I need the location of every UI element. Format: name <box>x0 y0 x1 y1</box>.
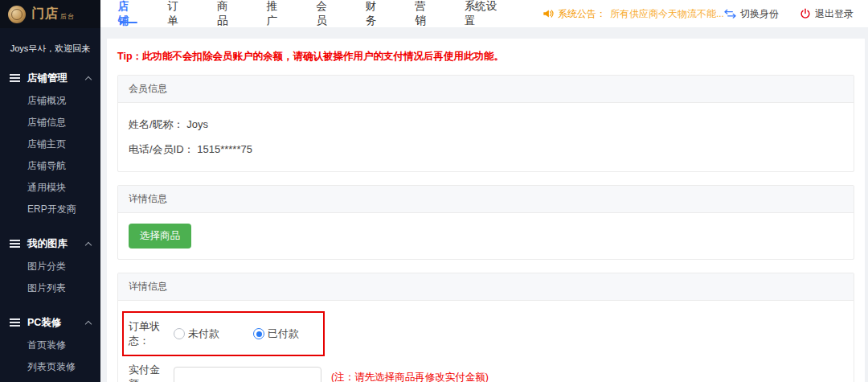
announcement-text: 所有供应商今天物流不能... <box>610 7 724 21</box>
chevron-up-icon <box>85 241 92 248</box>
chevron-up-icon <box>85 320 92 327</box>
sidebar-item-store-homepage[interactable]: 店铺主页 <box>0 133 100 155</box>
switch-identity-label: 切换身份 <box>740 7 779 21</box>
list-icon <box>10 74 20 83</box>
sidebar-item-common-modules[interactable]: 通用模块 <box>0 177 100 199</box>
speaker-icon <box>542 8 554 19</box>
system-announcement[interactable]: 系统公告： 所有供应商今天物流不能... <box>542 0 724 27</box>
member-name-label: 姓名/昵称： <box>129 118 184 130</box>
tab-promotion[interactable]: 推广 <box>267 0 288 27</box>
sidebar-group-my-gallery: 我的图库 图片分类 图片列表 <box>0 232 100 299</box>
member-id-label: 电话/会员ID： <box>129 143 194 155</box>
radio-unpaid-label: 未付款 <box>188 327 219 341</box>
tab-orders[interactable]: 订单 <box>168 0 189 27</box>
brand-title-text: 门店 <box>31 6 59 23</box>
switch-identity-button[interactable]: 切换身份 <box>724 7 779 21</box>
order-status-label: 订单状态： <box>129 319 174 348</box>
sidebar-group-label: 我的图库 <box>27 237 86 251</box>
sidebar: Joys무사，欢迎回来 店铺管理 店铺概况 店铺信息 店铺主页 店铺导航 通用模… <box>0 28 100 382</box>
radio-paid-label: 已付款 <box>268 327 299 341</box>
radio-circle-unpaid[interactable] <box>174 328 185 339</box>
main-content: Tip：此功能不会扣除会员账户的余额，请确认被操作用户的支付情况后再使用此功能。… <box>100 28 868 382</box>
product-select-body: 选择商品 <box>118 213 854 259</box>
amount-row: 实付金额： (注：请先选择商品再修改实付金额) <box>129 363 843 382</box>
tab-settings[interactable]: 系统设置 <box>465 0 506 27</box>
sidebar-item-image-categories[interactable]: 图片分类 <box>0 256 100 277</box>
power-icon <box>800 8 811 19</box>
top-bar: 门店 后台 店铺 订单 商品 推广 会员 财务 营销 系统设置 系统公告： 所有… <box>0 0 868 28</box>
main-nav: 店铺 订单 商品 推广 会员 财务 营销 系统设置 系统公告： 所有供应商今天物… <box>100 0 868 28</box>
order-detail-body: 订单状态： 未付款 已付款 实付金额： (注：请先选择商品再 <box>118 301 854 382</box>
order-detail-header: 详情信息 <box>118 273 854 301</box>
member-id-value: 1515*****75 <box>197 143 252 155</box>
radio-unpaid[interactable]: 未付款 <box>174 327 219 341</box>
brand-subtitle: 后台 <box>60 12 75 23</box>
sidebar-group-head-my-gallery[interactable]: 我的图库 <box>0 232 100 256</box>
tab-products[interactable]: 商品 <box>217 0 238 27</box>
product-select-section: 详情信息 选择商品 <box>117 185 854 260</box>
tip-message: Tip：此功能不会扣除会员账户的余额，请确认被操作用户的支付情况后再使用此功能。 <box>117 50 854 64</box>
sidebar-item-erp-developer[interactable]: ERP开发商 <box>0 199 100 220</box>
member-id-line: 电话/会员ID： 1515*****75 <box>129 142 843 157</box>
brand-logo-icon <box>8 6 26 23</box>
user-greeting: Joys무사，欢迎回来 <box>0 38 100 66</box>
product-select-header: 详情信息 <box>118 186 854 213</box>
amount-note: (注：请先选择商品再修改实付金额) <box>331 371 489 382</box>
sidebar-group-store-management: 店铺管理 店铺概况 店铺信息 店铺主页 店铺导航 通用模块 ERP开发商 <box>0 66 100 220</box>
logout-label: 退出登录 <box>815 7 854 21</box>
brand-title: 门店 后台 <box>31 6 75 23</box>
content-card: Tip：此功能不会扣除会员账户的余额，请确认被操作用户的支付情况后再使用此功能。… <box>107 39 865 382</box>
tab-marketing[interactable]: 营销 <box>415 0 436 27</box>
sidebar-item-store-navigation[interactable]: 店铺导航 <box>0 155 100 177</box>
sidebar-item-store-info[interactable]: 店铺信息 <box>0 112 100 133</box>
amount-label: 实付金额： <box>129 363 174 382</box>
member-name-line: 姓名/昵称： Joys <box>129 117 843 132</box>
list-icon <box>10 318 20 327</box>
sidebar-item-list-page-decoration[interactable]: 列表页装修 <box>0 356 100 378</box>
select-product-button[interactable]: 选择商品 <box>129 224 191 249</box>
sidebar-group-head-pc-decoration[interactable]: PC装修 <box>0 310 100 335</box>
member-name-value: Joys <box>186 118 208 130</box>
list-icon <box>10 240 20 249</box>
order-detail-section: 详情信息 订单状态： 未付款 已付款 实付金 <box>117 273 854 382</box>
member-info-body: 姓名/昵称： Joys 电话/会员ID： 1515*****75 <box>118 103 854 171</box>
member-info-header: 会员信息 <box>118 76 854 103</box>
header-actions: 切换身份 退出登录 <box>724 0 868 27</box>
swap-arrows-icon <box>724 9 736 18</box>
logo: 门店 后台 <box>0 0 100 28</box>
tab-store[interactable]: 店铺 <box>118 0 139 27</box>
sidebar-group-pc-decoration: PC装修 首页装修 列表页装修 <box>0 310 100 378</box>
amount-input[interactable] <box>174 367 321 382</box>
sidebar-item-store-overview[interactable]: 店铺概况 <box>0 90 100 112</box>
sidebar-group-head-store-management[interactable]: 店铺管理 <box>0 66 100 90</box>
tab-members[interactable]: 会员 <box>316 0 337 27</box>
order-status-highlight-box: 订单状态： 未付款 已付款 <box>122 311 325 356</box>
radio-circle-paid[interactable] <box>253 328 264 339</box>
sidebar-group-label: PC装修 <box>27 316 86 330</box>
member-info-section: 会员信息 姓名/昵称： Joys 电话/会员ID： 1515*****75 <box>117 75 854 172</box>
sidebar-group-label: 店铺管理 <box>27 72 86 85</box>
sidebar-item-image-list[interactable]: 图片列表 <box>0 277 100 299</box>
tab-finance[interactable]: 财务 <box>366 0 387 27</box>
chevron-up-icon <box>85 76 92 82</box>
sidebar-item-home-decoration[interactable]: 首页装修 <box>0 335 100 356</box>
radio-paid[interactable]: 已付款 <box>253 327 299 341</box>
announcement-label: 系统公告： <box>558 7 606 21</box>
logout-button[interactable]: 退出登录 <box>800 7 854 21</box>
